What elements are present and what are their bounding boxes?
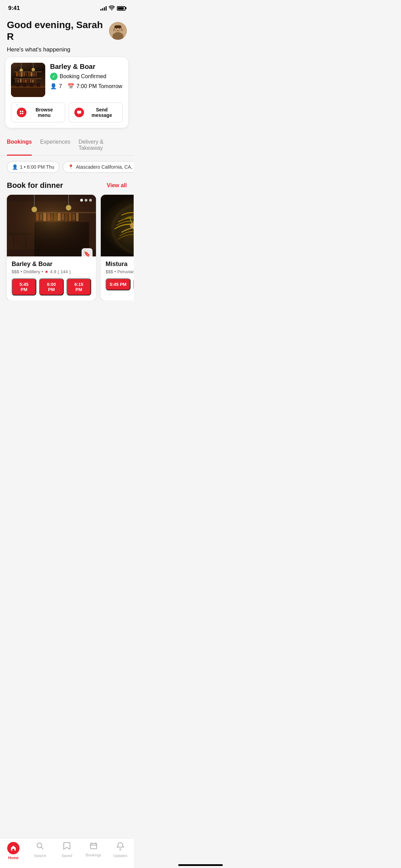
status-bar: 9:41 [0, 0, 134, 14]
guests-detail: 👤 7 [50, 83, 62, 89]
section-title: Book for dinner [7, 181, 63, 190]
svg-rect-30 [11, 87, 45, 97]
wifi-icon [109, 5, 115, 11]
booking-details: 👤 7 📅 7:00 PM Tomorrow [50, 83, 123, 89]
restaurant-meta-0: $$$ • Distillery • ★ 4.9 (144) [12, 269, 91, 274]
svg-rect-10 [14, 71, 42, 72]
svg-rect-15 [26, 73, 27, 76]
location-filter-label: Atascadero California, CA, United St... [76, 164, 134, 170]
signal-icon [100, 6, 107, 11]
avatar[interactable] [109, 22, 127, 40]
svg-rect-64 [7, 195, 96, 256]
location-filter-icon: 📍 [68, 164, 74, 170]
card-dots-0 [80, 199, 92, 202]
price-range-0: $$$ [12, 269, 19, 274]
rating-0: 4.9 [50, 269, 56, 274]
price-range-1: $$$ [106, 269, 113, 274]
card-bookmark-0[interactable]: 🔖 [82, 248, 93, 259]
svg-rect-37 [22, 111, 23, 112]
guests-count: 7 [59, 83, 62, 89]
reviews-0: ( [58, 269, 59, 274]
dinner-section-header: Book for dinner View all [0, 178, 134, 195]
svg-rect-33 [23, 83, 26, 87]
location-filter-pill[interactable]: 📍 Atascadero California, CA, United St..… [63, 161, 134, 173]
svg-rect-26 [27, 79, 29, 83]
calendar-icon: 📅 [68, 83, 74, 89]
subtitle-text: Here's what's happening [0, 45, 134, 57]
restaurant-card-0[interactable]: 🔖 Barley & Boar $$$ • Distillery • ★ 4.9… [7, 195, 96, 300]
svg-rect-11 [16, 72, 18, 76]
svg-rect-36 [20, 111, 21, 112]
cuisine-1: Peruvian [117, 269, 134, 274]
svg-point-9 [32, 68, 35, 71]
send-message-label: Send message [87, 107, 117, 118]
time-slot-0-0[interactable]: 5:45 PM [12, 278, 36, 296]
svg-rect-12 [19, 73, 20, 76]
header: Good evening, Sarah R [0, 14, 134, 45]
guests-filter-icon: 👤 [12, 164, 18, 170]
svg-rect-14 [23, 72, 25, 76]
guests-filter-label: 1 • 6:00 PM Thu [20, 164, 54, 170]
svg-rect-19 [35, 72, 37, 76]
cuisine-0: Distillery [23, 269, 40, 274]
time-detail: 📅 7:00 PM Tomorrow [68, 83, 122, 89]
svg-rect-17 [31, 72, 33, 76]
svg-rect-25 [25, 80, 27, 83]
tab-bookings[interactable]: Bookings [7, 135, 32, 155]
booking-restaurant-name: Barley & Boar [50, 63, 123, 71]
svg-rect-13 [21, 72, 23, 77]
svg-rect-38 [20, 113, 21, 114]
restaurant-card-image-0 [7, 195, 96, 256]
browse-menu-button[interactable]: Browse menu [11, 103, 65, 122]
send-message-button[interactable]: Send message [69, 103, 123, 122]
svg-rect-34 [30, 83, 33, 87]
svg-rect-74 [101, 195, 134, 256]
svg-rect-24 [23, 79, 24, 83]
restaurant-card-image-1 [101, 195, 134, 256]
browse-menu-icon [17, 108, 26, 117]
restaurant-name-1: Mistura [106, 261, 134, 268]
person-icon: 👤 [50, 83, 57, 89]
tab-delivery[interactable]: Delivery & Takeaway [78, 135, 127, 155]
restaurant-cards-row: 🔖 Barley & Boar $$$ • Distillery • ★ 4.9… [0, 195, 134, 300]
booking-time: 7:00 PM Tomorrow [76, 83, 122, 89]
svg-rect-16 [28, 72, 30, 77]
time-slot-0-2[interactable]: 6:15 PM [66, 278, 91, 296]
svg-rect-23 [20, 79, 22, 83]
restaurant-name-0: Barley & Boar [12, 261, 91, 268]
time-slots-1: 5:45 PM 6:00 PM [106, 278, 134, 290]
svg-rect-22 [17, 80, 19, 83]
booking-status-text: Booking Confirmed [60, 73, 106, 80]
svg-rect-32 [16, 83, 20, 87]
greeting-text: Good evening, Sarah R [7, 19, 109, 42]
battery-icon [117, 6, 125, 11]
booking-info: Barley & Boar ✓ Booking Confirmed 👤 7 📅 … [50, 63, 123, 97]
browse-menu-label: Browse menu [29, 107, 59, 118]
filter-row: 👤 1 • 6:00 PM Thu 📍 Atascadero Californi… [0, 161, 134, 178]
restaurant-meta-1: $$$ • Peruvian • ★ 4.8 (98) [106, 269, 134, 274]
time-slot-0-1[interactable]: 6:00 PM [39, 278, 64, 296]
svg-rect-27 [30, 79, 32, 83]
svg-rect-31 [11, 86, 45, 88]
svg-rect-21 [15, 79, 17, 83]
star-icon-0: ★ [45, 269, 49, 274]
svg-rect-29 [34, 79, 36, 83]
action-buttons-row: Browse menu Send message [11, 103, 123, 122]
booking-card: Barley & Boar ✓ Booking Confirmed 👤 7 📅 … [5, 57, 128, 128]
message-icon [74, 108, 84, 117]
status-icons [100, 5, 125, 11]
view-all-button[interactable]: View all [107, 182, 127, 189]
status-time: 9:41 [8, 5, 20, 12]
restaurant-card-1[interactable]: Mistura $$$ • Peruvian • ★ 4.8 (98) 5:45… [101, 195, 134, 300]
svg-rect-28 [32, 80, 34, 83]
time-slots-0: 5:45 PM 6:00 PM 6:15 PM [12, 278, 91, 296]
guests-filter-pill[interactable]: 👤 1 • 6:00 PM Thu [7, 161, 59, 173]
time-slot-1-0[interactable]: 5:45 PM [106, 278, 131, 290]
time-slot-1-1[interactable]: 6:00 PM [133, 278, 134, 290]
tabs-row: Bookings Experiences Delivery & Takeaway [0, 135, 134, 156]
tab-experiences[interactable]: Experiences [40, 135, 70, 155]
svg-rect-18 [33, 73, 35, 76]
booking-status-row: ✓ Booking Confirmed [50, 73, 123, 80]
svg-rect-39 [22, 113, 23, 114]
check-circle-icon: ✓ [50, 73, 58, 80]
